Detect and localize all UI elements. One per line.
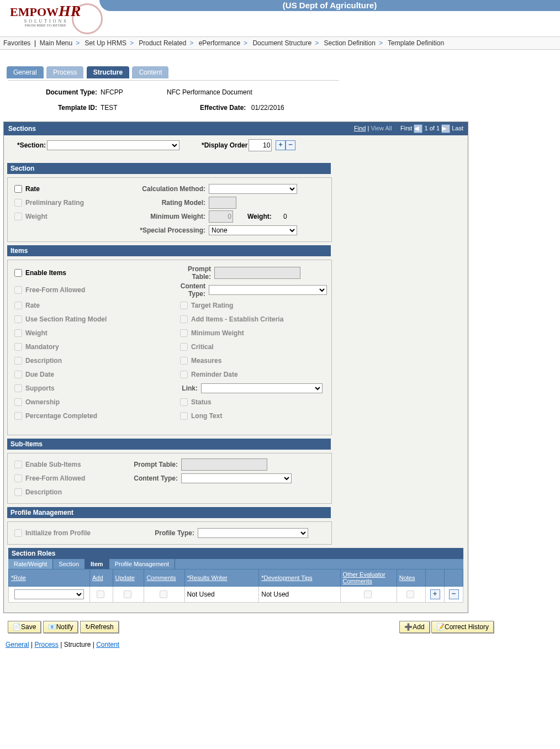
subtab-section[interactable]: Section (53, 559, 85, 569)
reminder-checkbox (180, 371, 188, 378)
min-weight-label: Minimum Weight: (123, 213, 205, 220)
critical-label: Critical (191, 343, 214, 351)
link-general[interactable]: General (6, 641, 29, 648)
section-group-title: Section (7, 163, 331, 174)
items-minweight-checkbox (180, 329, 188, 337)
col-notes[interactable]: Notes (397, 569, 426, 587)
items-rate-label: Rate (25, 302, 40, 309)
logo-sub2: FROM HIRE TO RETIRE (10, 23, 81, 28)
save-button[interactable]: 📄Save (8, 621, 41, 633)
roles-table: *Role Add Update Comments *Results Write… (8, 569, 463, 603)
tab-process[interactable]: Process (46, 66, 83, 78)
sub-contenttype-select[interactable] (181, 473, 292, 483)
sub-freeform-checkbox (14, 474, 22, 482)
due-date-checkbox (14, 371, 22, 378)
sub-contenttype-label: Content Type: (123, 474, 178, 482)
row-results: Not Used (184, 587, 259, 603)
template-id-label: Template ID: (25, 104, 97, 112)
subtab-rateweight[interactable]: Rate/Weight (8, 559, 53, 569)
ownership-label: Ownership (25, 398, 60, 406)
init-profile-checkbox (14, 529, 22, 537)
row-add-checkbox (97, 590, 104, 598)
prev-icon[interactable]: ◀ (414, 124, 422, 133)
section-select-label: *Section: (17, 141, 46, 149)
first-label[interactable]: First (400, 125, 412, 131)
content-type-select[interactable] (209, 285, 327, 295)
rate-checkbox[interactable] (14, 185, 22, 193)
enable-items-label: Enable Items (25, 269, 66, 277)
notify-button[interactable]: 📧Notify (43, 621, 78, 633)
crumb-7[interactable]: Template Definition (388, 39, 444, 47)
eff-date-value: 01/22/2016 (251, 104, 284, 112)
col-add[interactable]: Add (89, 569, 113, 587)
logo: EMPOWHR S O L U T I O N S FROM HIRE TO R… (10, 2, 81, 28)
weight-value-label: Weight: (247, 213, 272, 220)
logo-text-b: HR (59, 2, 81, 19)
enable-items-checkbox[interactable] (14, 269, 22, 277)
row-add-icon[interactable]: + (430, 589, 440, 599)
roles-subtabs: Rate/WeightSectionItemProfile Management (8, 559, 463, 569)
link-select[interactable] (201, 383, 323, 393)
tab-structure[interactable]: Structure (87, 66, 129, 78)
last-label[interactable]: Last (452, 125, 463, 131)
crumb-1[interactable]: Main Menu (40, 39, 72, 47)
mandatory-checkbox (14, 343, 22, 351)
target-rating-checkbox (180, 302, 188, 309)
doc-type-value: NFCPP (101, 88, 167, 96)
profile-type-select[interactable] (198, 528, 308, 538)
delete-row-icon[interactable]: − (286, 140, 295, 150)
correct-history-button[interactable]: 📝Correct History (431, 621, 494, 633)
col-other[interactable]: Other Evaluator Comments (340, 569, 397, 587)
subtab-profile[interactable]: Profile Management (109, 559, 175, 569)
tab-general[interactable]: General (7, 66, 44, 78)
link-content[interactable]: Content (96, 641, 119, 648)
section-roles: Section Roles Rate/WeightSectionItemProf… (8, 548, 463, 603)
description-checkbox (14, 357, 22, 365)
crumb-4[interactable]: ePerformance (199, 39, 240, 47)
row-del-icon[interactable]: − (449, 589, 459, 599)
row-update-checkbox (124, 590, 131, 598)
crumb-6[interactable]: Section Definition (324, 39, 376, 47)
measures-checkbox (180, 357, 188, 365)
items-weight-label: Weight (25, 329, 47, 337)
special-processing-label: *Special Processing: (123, 226, 205, 234)
section-roles-title: Section Roles (8, 548, 463, 559)
tab-content[interactable]: Content (132, 66, 168, 78)
find-link[interactable]: Find (354, 125, 366, 131)
prelim-rating-checkbox (14, 199, 22, 207)
crumb-3[interactable]: Product Related (139, 39, 186, 47)
col-dev[interactable]: *Development Tips (259, 569, 340, 587)
refresh-button[interactable]: ↻Refresh (80, 621, 119, 633)
col-update[interactable]: Update (113, 569, 144, 587)
long-text-checkbox (180, 412, 188, 420)
add-button[interactable]: ➕Add (399, 621, 429, 633)
crumb-0[interactable]: Favorites (3, 39, 30, 47)
subtab-item[interactable]: Item (85, 559, 109, 569)
special-processing-select[interactable]: None (209, 225, 297, 235)
role-select[interactable] (14, 589, 84, 599)
col-results[interactable]: *Results Writer (184, 569, 259, 587)
description-label: Description (25, 357, 62, 365)
rating-model-input (209, 197, 236, 209)
display-order-input[interactable] (249, 139, 272, 151)
use-section-rm-label: Use Section Rating Model (25, 315, 107, 323)
col-delrow (445, 569, 463, 587)
col-comments[interactable]: Comments (144, 569, 184, 587)
supports-checkbox (14, 384, 22, 392)
target-rating-label: Target Rating (191, 302, 233, 309)
measures-label: Measures (191, 357, 221, 365)
items-rate-checkbox (14, 302, 22, 309)
crumb-5[interactable]: Document Structure (252, 39, 311, 47)
calc-method-select[interactable] (209, 184, 297, 194)
subitems-group-title: Sub-Items (7, 439, 331, 450)
next-icon[interactable]: ▶ (441, 124, 450, 133)
link-process[interactable]: Process (35, 641, 59, 648)
sub-prompt-input (181, 458, 267, 471)
add-row-icon[interactable]: + (276, 140, 286, 150)
view-all-link[interactable]: View All (371, 125, 392, 131)
crumb-2[interactable]: Set Up HRMS (85, 39, 126, 47)
section-select[interactable] (47, 140, 179, 150)
col-role[interactable]: *Role (9, 569, 90, 587)
freeform-checkbox (14, 286, 22, 294)
status-label: Status (191, 398, 212, 406)
